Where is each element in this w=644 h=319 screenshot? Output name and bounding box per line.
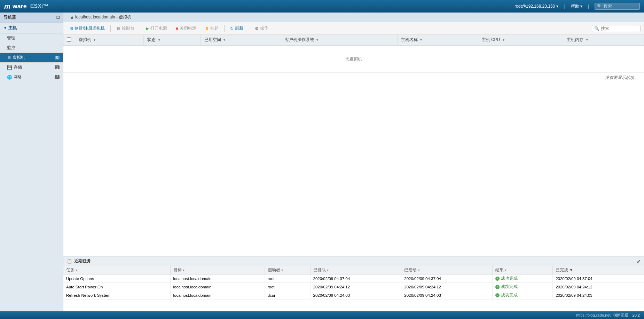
col-hostcpu[interactable]: 主机 CPU ▾: [478, 35, 563, 45]
tasks-icon: 📋: [67, 259, 72, 264]
navigator-header[interactable]: 导航器 ❐: [0, 13, 63, 23]
sidebar-item-monitor[interactable]: 监控: [0, 43, 63, 53]
status-success-icon: ✓: [495, 285, 500, 289]
task-completed: 2020/02/09 04:37:04: [553, 274, 644, 283]
actions-button[interactable]: ⚙ 操作: [252, 24, 271, 32]
status-success-icon: ✓: [495, 293, 500, 297]
col-hostmem[interactable]: 主机内存 ▾: [563, 35, 644, 45]
col-hostname-sort: ▾: [420, 38, 422, 42]
col-hostname[interactable]: 主机名称 ▾: [398, 35, 478, 45]
logo-ware: ware: [13, 3, 27, 10]
tasks-col-target-label: 目标: [173, 268, 182, 272]
task-queued: 2020/02/09 04:24:12: [310, 283, 401, 291]
vm-search-input[interactable]: [601, 26, 639, 31]
task-queued: 2020/02/09 04:24:03: [310, 291, 401, 300]
tasks-col-result-label: 结果: [495, 268, 504, 272]
tasks-col-started[interactable]: 已启动 ▾: [401, 266, 493, 274]
console-label: 控制台: [122, 25, 134, 31]
task-initiator: root: [265, 283, 310, 291]
gear-icon: ⚙: [255, 26, 259, 31]
task-name: Auto Start Power On: [63, 283, 170, 291]
col-space[interactable]: 已用空间 ▾: [201, 35, 281, 45]
power-on-label: 打开电源: [150, 25, 167, 31]
toolbar-sep-4: [249, 25, 249, 32]
tasks-col-result[interactable]: 结果 ▾: [493, 266, 553, 274]
select-all-checkbox[interactable]: [67, 37, 71, 42]
sidebar-item-manage[interactable]: 管理: [0, 33, 63, 43]
console-button[interactable]: 🖥 控制台: [113, 24, 137, 32]
task-started: 2020/02/09 04:37:04: [401, 274, 493, 283]
vm-search-icon: 🔍: [594, 26, 599, 31]
tasks-col-initiator[interactable]: 启动者 ▾: [265, 266, 310, 274]
toolbar-sep-3: [224, 25, 225, 32]
help-dropdown-icon: ▾: [580, 4, 582, 9]
vm-search-box[interactable]: 🔍: [592, 25, 641, 32]
suspend-button[interactable]: ⏸ 挂起: [202, 24, 221, 32]
sidebar-group-host[interactable]: ▼ 主机: [0, 23, 63, 33]
task-initiator: dcui: [265, 291, 310, 300]
recent-tasks-panel: 📋 近期任务 ⤢ 任务 ▾ 目标: [63, 256, 644, 311]
tab-header: 🖥 localhost.localdomain - 虚拟机: [63, 13, 644, 22]
vm-icon: 🖥: [7, 55, 11, 60]
vm-badge: 0: [55, 56, 60, 59]
navigator-label: 导航器: [3, 15, 16, 21]
tasks-col-started-sort: ▾: [418, 268, 420, 272]
col-space-label: 已用空间: [204, 37, 221, 42]
col-hostname-label: 主机名称: [401, 37, 418, 42]
sidebar-item-vm[interactable]: 🖥 虚拟机 0: [0, 53, 63, 63]
task-target: localhost.localdomain: [170, 274, 265, 283]
navigator-collapse-icon: ❐: [56, 16, 60, 19]
refresh-button[interactable]: ↻ 刷新: [227, 24, 246, 32]
tasks-col-completed[interactable]: 已完成 ▼: [553, 266, 644, 274]
username-text: root@192.168.23.150: [515, 4, 555, 9]
top-search-box[interactable]: 🔍: [595, 3, 640, 10]
top-search-input[interactable]: [604, 4, 638, 9]
col-status[interactable]: 状态 ▾: [144, 35, 201, 45]
task-result-text: 成功完成: [501, 293, 518, 298]
toolbar-sep-1: [110, 25, 111, 32]
task-result: ✓ 成功完成: [493, 274, 553, 283]
sidebar-item-network[interactable]: 🌐 网络 2: [0, 72, 63, 82]
help-button[interactable]: 帮助 ▾: [571, 3, 582, 9]
col-status-label: 状态: [147, 37, 156, 42]
status-link: https://blog.csdn.net/: [576, 313, 612, 317]
tasks-col-queued[interactable]: 已排队 ▾: [310, 266, 401, 274]
tasks-col-started-label: 已启动: [404, 268, 417, 272]
power-on-icon: ▶: [146, 26, 149, 31]
tasks-col-queued-sort: ▾: [327, 268, 329, 272]
power-off-button[interactable]: ■ 关闭电源: [173, 24, 199, 32]
task-row: Refresh Network System localhost.localdo…: [63, 291, 644, 300]
storage-badge: 1: [55, 65, 60, 69]
vm-table: 虚拟机 ▾ 状态 ▾ 已用空间 ▾: [63, 35, 644, 256]
task-result: ✓ 成功完成: [493, 283, 553, 291]
power-off-icon: ■: [175, 26, 178, 31]
manage-label: 管理: [7, 35, 15, 41]
sidebar: 导航器 ❐ ▼ 主机 管理 监控 🖥 虚拟机 0 💾 存储 1 🌐 网络 2: [0, 13, 63, 311]
power-on-button[interactable]: ▶ 打开电源: [143, 24, 170, 32]
col-vm[interactable]: 虚拟机 ▾: [75, 35, 144, 45]
col-hostmem-sort: ▾: [586, 38, 588, 42]
search-icon: 🔍: [597, 4, 602, 9]
col-guestos[interactable]: 客户机操作系统 ▾: [281, 35, 398, 45]
vm-toolbar: ⊞ 创建/注册虚拟机 🖥 控制台 ▶ 打开电源 ■ 关闭电源: [63, 22, 644, 35]
empty-vm-message: 无虚拟机: [63, 45, 644, 73]
suspend-icon: ⏸: [205, 26, 209, 31]
sidebar-item-storage[interactable]: 💾 存储 1: [0, 63, 63, 72]
task-started: 2020/02/09 04:24:12: [401, 283, 493, 291]
task-target: localhost.localdomain: [170, 291, 265, 300]
col-status-sort: ▾: [158, 38, 160, 42]
select-all-header[interactable]: [63, 35, 75, 45]
task-queued: 2020/02/09 04:37:04: [310, 274, 401, 283]
no-items-message: 没有要显示的项。: [63, 73, 644, 83]
vm-tab[interactable]: 🖥 localhost.localdomain - 虚拟机: [66, 13, 135, 22]
tasks-expand-button[interactable]: ⤢: [636, 258, 641, 264]
tasks-col-task[interactable]: 任务 ▾: [63, 266, 170, 274]
tasks-col-target[interactable]: 目标 ▾: [170, 266, 265, 274]
create-vm-button[interactable]: ⊞ 创建/注册虚拟机: [67, 24, 108, 32]
user-display[interactable]: root@192.168.23.150 ▾: [515, 4, 558, 9]
col-vm-sort: ▾: [94, 38, 95, 42]
toolbar-sep-2: [140, 25, 140, 32]
task-name: Update Options: [63, 274, 170, 283]
suspend-label: 挂起: [210, 25, 219, 31]
recent-tasks-title-area: 📋 近期任务: [67, 258, 91, 264]
